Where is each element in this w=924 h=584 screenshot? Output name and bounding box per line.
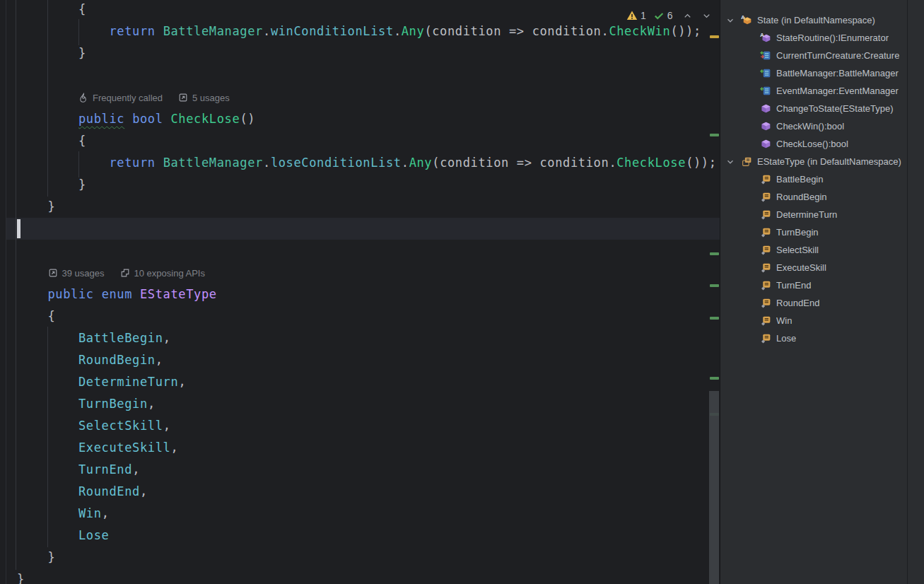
tree-item-label: CheckLose():bool — [776, 139, 848, 149]
code-line[interactable]: TurnEnd, — [17, 459, 717, 481]
change-stripe-mark[interactable] — [710, 317, 719, 320]
structure-tree-item[interactable]: AStateRoutine():IEnumerator — [720, 29, 907, 47]
code-line[interactable]: RoundBegin, — [17, 349, 717, 371]
passed-counter[interactable]: 6 — [653, 10, 673, 21]
structure-tree-item[interactable]: TurnEnd — [720, 276, 907, 294]
enum-member-icon — [760, 279, 772, 291]
code-token: , — [156, 353, 163, 367]
structure-tree-item[interactable]: Lose — [720, 329, 907, 347]
code-line[interactable]: return BattleManager.winConditionList.An… — [17, 21, 717, 42]
code-token: . — [263, 24, 271, 38]
code-line[interactable]: { — [17, 0, 717, 21]
chevron-down-icon[interactable] — [725, 16, 741, 25]
chevron-down-icon[interactable] — [725, 157, 741, 167]
code-token — [156, 156, 163, 170]
code-token — [163, 112, 171, 126]
code-token: ExecuteSkill — [78, 440, 171, 455]
code-line[interactable]: 39 usages10 exposing APIs — [17, 262, 717, 284]
change-stripe-mark[interactable] — [710, 377, 719, 380]
change-stripe-mark[interactable] — [710, 284, 719, 287]
code-token — [17, 156, 110, 170]
previous-problem-button[interactable] — [682, 11, 693, 21]
code-token: CheckWin — [609, 24, 670, 38]
structure-tree-item[interactable]: BattleManager:BattleManager — [720, 64, 907, 82]
method-icon — [760, 103, 772, 115]
code-line[interactable]: } — [17, 174, 717, 196]
warning-count: 1 — [641, 10, 646, 21]
code-line[interactable]: } — [17, 568, 717, 584]
usages-hint[interactable]: 5 usages — [178, 87, 230, 109]
flame-hint[interactable]: Frequently called — [78, 87, 163, 109]
code-token: , — [140, 484, 148, 498]
code-line[interactable]: { — [17, 305, 717, 327]
code-line[interactable]: Frequently called5 usages — [17, 86, 717, 108]
structure-tree-item[interactable]: RoundBegin — [720, 188, 907, 206]
code-line[interactable]: public enum EStateType — [17, 284, 717, 305]
code-line[interactable] — [17, 240, 717, 262]
code-line[interactable]: { — [17, 130, 717, 152]
code-token: BattleBegin — [78, 331, 163, 345]
flame-icon — [78, 93, 88, 103]
next-problem-button[interactable] — [701, 11, 712, 21]
prop-r-icon — [760, 67, 772, 79]
code-line[interactable]: SelectSkill, — [17, 415, 717, 437]
code-token: ()); — [670, 24, 701, 38]
code-line[interactable]: public bool CheckLose() — [17, 108, 717, 130]
editor-scrollbar-thumb[interactable] — [709, 391, 719, 584]
code-token: . — [602, 24, 609, 38]
structure-tree-item[interactable]: AState (in DefaultNamespace) — [720, 11, 907, 29]
code-token: Any — [402, 24, 425, 38]
code-token: } — [17, 177, 86, 192]
code-line[interactable]: Lose — [17, 525, 717, 547]
code-token — [17, 528, 78, 542]
change-stripe-mark[interactable] — [710, 252, 719, 255]
code-line[interactable]: } — [17, 42, 717, 64]
tree-item-label: StateRoutine():IEnumerator — [776, 33, 889, 43]
structure-tree-item[interactable]: ChangeToState(EStateType) — [720, 100, 907, 117]
code-token: { — [17, 309, 55, 323]
tree-item-label: EStateType (in DefaultNamespace) — [757, 156, 901, 167]
code-line[interactable]: } — [17, 547, 717, 568]
change-stripe-mark[interactable] — [710, 134, 719, 136]
structure-tree-item[interactable]: CurrentTurnCreature:Creature — [720, 47, 907, 64]
structure-tree-item[interactable]: SelectSkill — [720, 241, 907, 259]
right-toolwindow-bar — [907, 0, 924, 584]
code-editor[interactable]: { return BattleManager.winConditionList.… — [0, 0, 720, 584]
code-token: enum — [102, 287, 133, 301]
inspections-widget: 1 6 — [626, 8, 712, 23]
code-line[interactable]: } — [17, 196, 717, 218]
code-line[interactable]: ExecuteSkill, — [17, 437, 717, 459]
structure-tree-item[interactable]: BattleBegin — [720, 170, 907, 188]
structure-tree-item[interactable]: ExecuteSkill — [720, 259, 907, 276]
code-token: TurnBegin — [78, 397, 148, 411]
structure-tree-item[interactable]: DetermineTurn — [720, 206, 907, 223]
structure-tree-item[interactable]: CheckLose():bool — [720, 135, 907, 153]
code-line[interactable] — [17, 218, 717, 240]
structure-tree-item[interactable]: EventManager:EventManager — [720, 82, 907, 100]
structure-tree-item[interactable]: Win — [720, 312, 907, 329]
warning-stripe-mark[interactable] — [710, 35, 719, 38]
usages-hint[interactable]: 39 usages — [48, 262, 105, 284]
code-token — [17, 353, 78, 367]
code-token — [132, 287, 140, 301]
code-token: . — [263, 156, 271, 170]
code-line[interactable] — [17, 64, 717, 86]
code-line[interactable]: BattleBegin, — [17, 327, 717, 349]
code-line[interactable]: Win, — [17, 503, 717, 525]
structure-tree-item[interactable]: TurnBegin — [720, 223, 907, 241]
structure-tree-item[interactable]: EStateType (in DefaultNamespace) — [720, 153, 907, 170]
structure-tree-item[interactable]: RoundEnd — [720, 294, 907, 312]
tree-item-label: State (in DefaultNamespace) — [757, 15, 875, 25]
warnings-counter[interactable]: 1 — [626, 10, 646, 21]
code-token: EStateType — [140, 287, 217, 301]
code-line[interactable]: TurnBegin, — [17, 393, 717, 415]
code-line[interactable]: return BattleManager.loseConditionList.A… — [17, 152, 717, 174]
method-icon — [760, 120, 772, 132]
method-a-icon: A — [760, 32, 772, 44]
code-line[interactable]: RoundEnd, — [17, 481, 717, 503]
code-line[interactable]: DetermineTurn, — [17, 371, 717, 393]
api-hint[interactable]: 10 exposing APIs — [120, 262, 205, 284]
hint-label: 5 usages — [192, 87, 230, 109]
api-icon — [120, 268, 130, 278]
structure-tree-item[interactable]: CheckWin():bool — [720, 117, 907, 135]
